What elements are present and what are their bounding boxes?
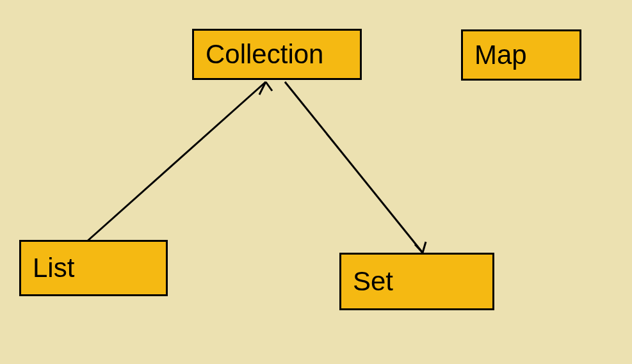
node-list-label: List <box>33 253 74 283</box>
node-map-label: Map <box>474 40 527 70</box>
node-collection-label: Collection <box>206 39 323 70</box>
node-list: List <box>19 240 168 296</box>
arrowhead-down-1 <box>415 244 423 253</box>
arrowhead-left-2 <box>266 82 272 91</box>
edge-collection-to-list <box>86 82 266 242</box>
node-map: Map <box>461 29 581 81</box>
arrowhead-down-2 <box>423 242 426 253</box>
edge-collection-to-set <box>285 82 423 253</box>
node-set-label: Set <box>353 266 393 297</box>
node-set: Set <box>339 253 494 310</box>
arrowhead-left <box>259 82 266 95</box>
node-collection: Collection <box>192 29 362 80</box>
